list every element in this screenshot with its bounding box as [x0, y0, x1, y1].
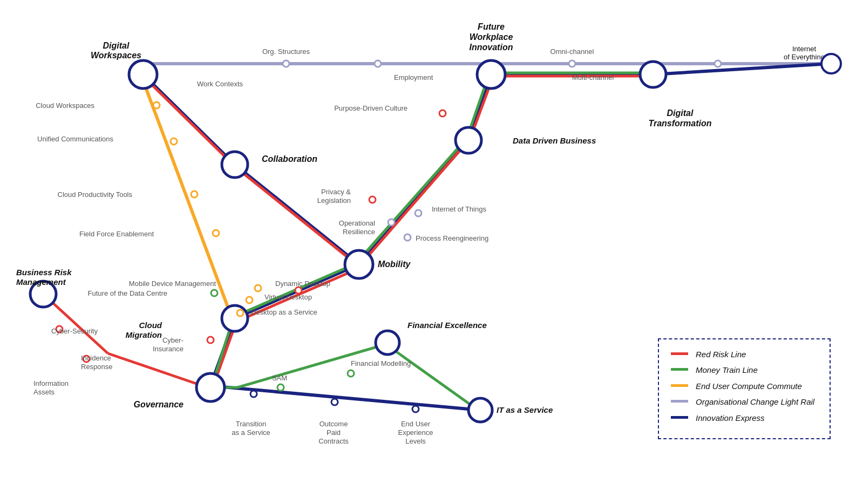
station-mobility	[345, 250, 373, 278]
svg-line-3	[235, 165, 359, 264]
legend-label-purple: Organisational Change Light Rail	[696, 397, 814, 407]
label-financial-excellence: Financial Excellence	[407, 321, 487, 330]
station-cloud-migration	[222, 305, 248, 331]
legend-line-red	[671, 352, 688, 355]
svg-line-12	[236, 168, 361, 268]
svg-point-34	[171, 138, 177, 145]
label-data-centre: Future of the Data Centre	[88, 289, 167, 297]
svg-text:Paid: Paid	[327, 428, 341, 437]
label-it-as-service: IT as a Service	[497, 405, 553, 414]
station-internet-everything	[821, 54, 841, 73]
svg-point-36	[213, 230, 219, 236]
legend-box: Red Risk Line Money Train Line End User …	[658, 338, 831, 440]
label-employment: Employment	[394, 73, 433, 81]
svg-point-33	[153, 102, 160, 108]
label-internet-everything: Internet	[792, 45, 816, 53]
svg-point-50	[348, 370, 354, 377]
station-collaboration	[222, 152, 248, 178]
legend-item-purple: Organisational Change Light Rail	[671, 397, 818, 407]
label-org-structures: Org. Structures	[262, 47, 310, 56]
svg-text:Resilience: Resilience	[343, 228, 375, 236]
label-omni-channel: Omni-channel	[551, 47, 594, 56]
station-digital-workspaces	[129, 60, 157, 88]
label-digital-workspaces: Digital	[103, 41, 130, 50]
station-it-as-service	[468, 398, 492, 422]
svg-text:Response: Response	[81, 363, 113, 371]
label-digital-transformation: Digital	[667, 108, 694, 118]
legend-label-red: Red Risk Line	[696, 349, 746, 360]
svg-point-41	[369, 196, 376, 203]
svg-point-52	[331, 399, 338, 405]
label-daas: Desktop as a Service	[251, 308, 317, 316]
label-end-user-exp: End User	[401, 420, 431, 428]
svg-point-35	[191, 191, 198, 197]
label-process-reengineering: Process Reengineering	[416, 234, 488, 242]
svg-text:Experience: Experience	[398, 428, 433, 437]
station-data-driven	[456, 127, 481, 153]
svg-point-32	[715, 60, 721, 67]
label-multi-channel: Multi-channel	[572, 73, 614, 81]
label-collaboration: Collaboration	[262, 154, 317, 164]
label-sam: SAM	[272, 374, 287, 382]
svg-text:Assets: Assets	[33, 388, 55, 396]
svg-point-54	[211, 290, 218, 296]
svg-text:as a Service: as a Service	[232, 428, 270, 437]
svg-point-39	[237, 310, 243, 316]
svg-point-29	[283, 60, 289, 67]
legend-line-navy	[671, 416, 688, 419]
label-financial-modelling: Financial Modelling	[351, 359, 411, 367]
label-future-workplace: Future	[478, 22, 505, 31]
station-future-workplace	[477, 60, 505, 88]
label-purpose-culture: Purpose-Driven Culture	[334, 104, 407, 112]
label-governance: Governance	[134, 400, 184, 409]
label-privacy: Privacy &	[321, 188, 351, 196]
label-operational-resilience: Operational	[339, 219, 375, 227]
svg-point-31	[569, 60, 575, 67]
svg-text:Workspaces: Workspaces	[91, 51, 141, 60]
label-dynamic-desktop: Dynamic Desktop	[275, 280, 330, 288]
station-digital-transformation	[640, 62, 666, 87]
svg-text:Workplace: Workplace	[470, 32, 513, 42]
svg-text:Contracts: Contracts	[318, 437, 349, 445]
label-cloud-workspaces: Cloud Workspaces	[36, 101, 94, 110]
svg-point-49	[277, 384, 284, 391]
label-data-driven: Data Driven Business	[513, 136, 596, 145]
legend-line-green	[671, 368, 688, 371]
svg-point-37	[255, 285, 261, 291]
svg-point-45	[439, 110, 446, 117]
svg-point-38	[246, 297, 253, 303]
svg-text:Levels: Levels	[405, 437, 426, 445]
label-mobility: Mobility	[378, 260, 411, 269]
legend-label-navy: Innovation Express	[696, 413, 765, 424]
svg-point-30	[375, 60, 381, 67]
label-incidence-response: Incidence	[81, 354, 111, 362]
label-iot: Internet of Things	[432, 205, 486, 213]
legend-line-purple	[671, 400, 688, 403]
legend-label-yellow: End User Compute Commute	[696, 381, 802, 392]
label-unified-comms: Unified Communications	[37, 135, 113, 143]
svg-point-44	[415, 210, 422, 216]
label-cyber-insurance: Cyber-	[162, 336, 184, 344]
svg-text:Innovation: Innovation	[470, 43, 513, 52]
svg-text:Migration: Migration	[126, 330, 162, 339]
svg-text:Transformation: Transformation	[648, 119, 711, 128]
legend-item-navy: Innovation Express	[671, 413, 818, 424]
label-cyber-security: Cyber-Security	[51, 327, 98, 335]
svg-text:Insurance: Insurance	[153, 345, 184, 353]
label-outcome-paid: Outcome	[320, 420, 348, 428]
label-business-risk: Business Risk	[16, 268, 72, 277]
station-financial-excellence	[376, 331, 399, 355]
svg-point-43	[404, 234, 411, 241]
legend-label-green: Money Train Line	[696, 365, 758, 376]
label-work-contexts: Work Contexts	[197, 80, 243, 88]
svg-point-53	[412, 406, 419, 412]
svg-point-48	[207, 337, 214, 343]
svg-text:Legislation: Legislation	[317, 196, 351, 205]
svg-text:Management: Management	[16, 277, 66, 287]
label-transition: Transition	[236, 420, 267, 428]
svg-line-6	[210, 386, 480, 410]
svg-point-42	[388, 219, 395, 226]
legend-item-red: Red Risk Line	[671, 349, 818, 360]
label-cloud-migration: Cloud	[139, 321, 162, 330]
legend-item-yellow: End User Compute Commute	[671, 381, 818, 392]
